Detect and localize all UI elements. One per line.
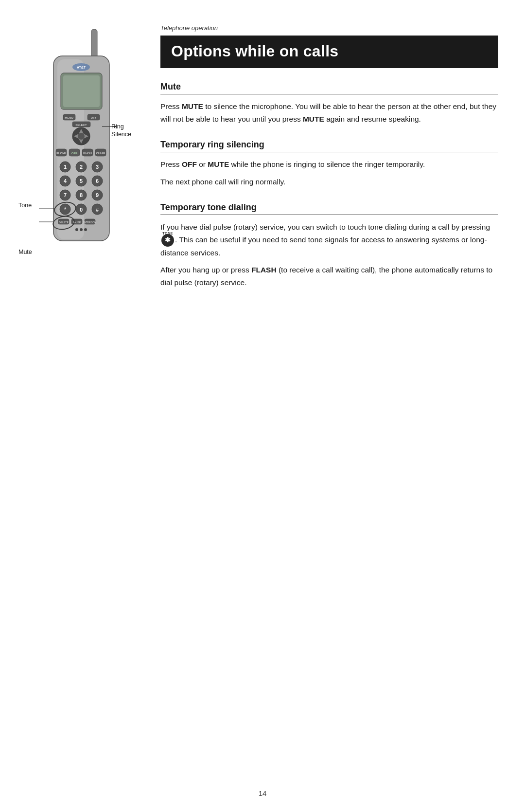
ring-silencing-para1: Press OFF or MUTE while the phone is rin…	[160, 158, 498, 171]
svg-text:SELECT: SELECT	[75, 124, 87, 126]
mute-label: Mute	[18, 249, 32, 255]
tone-label: Tone	[18, 202, 32, 209]
svg-text:2: 2	[80, 164, 83, 170]
page: AT&T MENU DIR SELECT PHONE	[0, 0, 525, 812]
svg-text:CLEAR: CLEAR	[96, 152, 105, 155]
svg-text:3: 3	[96, 164, 99, 170]
phone-illustration-area: AT&T MENU DIR SELECT PHONE	[19, 29, 146, 260]
svg-text:DELETE: DELETE	[59, 221, 69, 224]
svg-text:MENU: MENU	[65, 116, 73, 119]
ring-silencing-para2: The next phone call will ring normally.	[160, 176, 498, 188]
svg-text:DIR: DIR	[91, 116, 96, 119]
svg-text:*: *	[64, 206, 66, 213]
svg-text:4: 4	[64, 178, 67, 184]
phone-svg: AT&T MENU DIR SELECT PHONE	[39, 29, 124, 258]
page-title: Options while on calls	[160, 36, 498, 68]
svg-point-57	[75, 228, 78, 231]
svg-text:7: 7	[64, 192, 67, 198]
svg-text:OFF: OFF	[71, 152, 77, 155]
svg-text:FLASH: FLASH	[83, 152, 92, 155]
svg-text:9: 9	[96, 192, 99, 198]
tone-dialing-section: Temporary tone dialing If you have dial …	[160, 202, 498, 289]
svg-text:8: 8	[80, 192, 83, 198]
svg-text:INTERCOM: INTERCOM	[84, 221, 97, 224]
mute-section: Mute Press MUTE to silence the microphon…	[160, 82, 498, 125]
mute-paragraph: Press MUTE to silence the microphone. Yo…	[160, 100, 498, 125]
svg-point-59	[84, 228, 87, 231]
page-number: 14	[259, 789, 267, 797]
svg-text:PHONE: PHONE	[56, 152, 66, 155]
svg-rect-4	[63, 75, 100, 107]
ring-silence-label: Ring Silence	[111, 123, 131, 139]
svg-text:6: 6	[96, 178, 99, 184]
tone-dialing-para1: If you have dial pulse (rotary) service,…	[160, 221, 498, 259]
tone-dialing-heading: Temporary tone dialing	[160, 202, 498, 215]
svg-text:0: 0	[80, 207, 83, 213]
svg-text:#: #	[96, 207, 99, 213]
content-area: Telephone operation Options while on cal…	[160, 24, 498, 303]
phone-container: AT&T MENU DIR SELECT PHONE	[39, 29, 126, 260]
svg-point-18	[78, 133, 85, 140]
mute-heading: Mute	[160, 82, 498, 94]
ring-silencing-heading: Temporary ring silencing	[160, 140, 498, 152]
svg-text:5: 5	[80, 178, 83, 184]
tone-dialing-para2: After you hang up or press FLASH (to rec…	[160, 264, 498, 289]
svg-point-58	[80, 228, 83, 231]
ring-silencing-section: Temporary ring silencing Press OFF or MU…	[160, 140, 498, 188]
svg-text:AT&T: AT&T	[77, 66, 86, 69]
tone-button-icon: TONE ✱	[161, 234, 174, 247]
section-label: Telephone operation	[160, 24, 498, 32]
svg-text:1: 1	[64, 164, 67, 170]
